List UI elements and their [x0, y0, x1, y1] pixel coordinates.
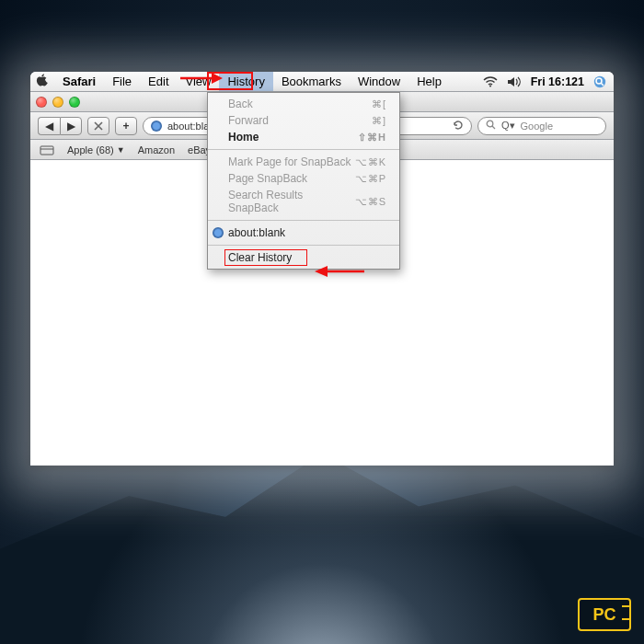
svg-marker-13: [315, 266, 328, 277]
stop-button[interactable]: [87, 117, 109, 135]
menu-file[interactable]: File: [104, 72, 140, 91]
menubar: Safari File Edit View History Bookmarks …: [30, 72, 614, 92]
svg-rect-8: [40, 146, 53, 155]
site-favicon-icon: [151, 121, 162, 132]
back-button[interactable]: ◀: [38, 117, 60, 135]
history-clear-label: Clear History: [228, 251, 292, 264]
add-bookmark-button[interactable]: +: [115, 117, 137, 135]
history-recent-item[interactable]: about:blank: [208, 224, 399, 241]
history-page-snapback-label: Page SnapBack: [228, 172, 307, 185]
svg-point-0: [489, 85, 491, 86]
history-search-snapback: Search Results SnapBack ⌥⌘S: [208, 187, 399, 216]
history-recent-label: about:blank: [228, 226, 285, 239]
forward-button[interactable]: ▶: [60, 117, 82, 135]
history-search-snapback-label: Search Results SnapBack: [228, 189, 355, 214]
history-forward-shortcut: ⌘]: [372, 115, 386, 127]
svg-marker-11: [212, 73, 223, 84]
menu-edit[interactable]: Edit: [140, 72, 177, 91]
history-search-snapback-shortcut: ⌥⌘S: [355, 196, 386, 208]
history-back-label: Back: [228, 98, 253, 110]
watermark-logo: PC: [578, 598, 631, 631]
svg-point-6: [487, 121, 493, 127]
menu-app-name[interactable]: Safari: [54, 72, 104, 91]
history-forward-label: Forward: [228, 114, 269, 127]
minimize-window-button[interactable]: [52, 97, 63, 108]
history-home-shortcut: ⇧⌘H: [358, 132, 386, 144]
history-home[interactable]: Home ⇧⌘H: [208, 129, 399, 145]
svg-line-7: [492, 126, 495, 129]
menubar-clock[interactable]: Fri 16:121: [531, 75, 584, 88]
menu-help[interactable]: Help: [408, 72, 450, 91]
menu-window[interactable]: Window: [350, 72, 408, 91]
annotation-arrow-history: [178, 69, 224, 87]
menu-history[interactable]: History: [219, 72, 272, 91]
reload-icon[interactable]: [453, 120, 464, 132]
search-magnifier-icon: [486, 120, 496, 132]
volume-icon[interactable]: [507, 76, 522, 87]
wifi-icon[interactable]: [483, 76, 498, 87]
bookmark-amazon[interactable]: Amazon: [138, 144, 175, 155]
history-mark-snapback-label: Mark Page for SnapBack: [228, 155, 351, 168]
menu-separator: [208, 245, 399, 246]
history-page-snapback: Page SnapBack ⌥⌘P: [208, 170, 399, 187]
spotlight-icon[interactable]: [593, 75, 606, 88]
history-back-shortcut: ⌘[: [372, 98, 386, 110]
history-dropdown: Back ⌘[ Forward ⌘] Home ⇧⌘H Mark Page fo…: [207, 92, 400, 270]
history-clear[interactable]: Clear History: [208, 249, 399, 266]
history-mark-snapback-shortcut: ⌥⌘K: [355, 156, 386, 168]
history-home-label: Home: [228, 131, 259, 144]
page-favicon-icon: [213, 227, 224, 238]
menu-bookmarks[interactable]: Bookmarks: [273, 72, 350, 91]
bookmark-apple[interactable]: Apple (68) ▼: [67, 144, 125, 155]
menu-separator: [208, 220, 399, 221]
close-window-button[interactable]: [36, 97, 47, 108]
history-page-snapback-shortcut: ⌥⌘P: [355, 173, 386, 185]
annotation-arrow-clear: [311, 262, 366, 281]
history-mark-snapback: Mark Page for SnapBack ⌥⌘K: [208, 154, 399, 170]
menu-separator: [208, 149, 399, 150]
zoom-window-button[interactable]: [69, 97, 80, 108]
search-placeholder: Google: [521, 121, 553, 132]
nav-back-forward: ◀ ▶: [38, 117, 82, 135]
search-field[interactable]: Q▾ Google: [477, 117, 606, 135]
history-forward: Forward ⌘]: [208, 112, 399, 129]
bookmarks-menu-icon[interactable]: [40, 144, 54, 155]
apple-menu-icon[interactable]: [36, 74, 49, 89]
history-back: Back ⌘[: [208, 96, 399, 112]
